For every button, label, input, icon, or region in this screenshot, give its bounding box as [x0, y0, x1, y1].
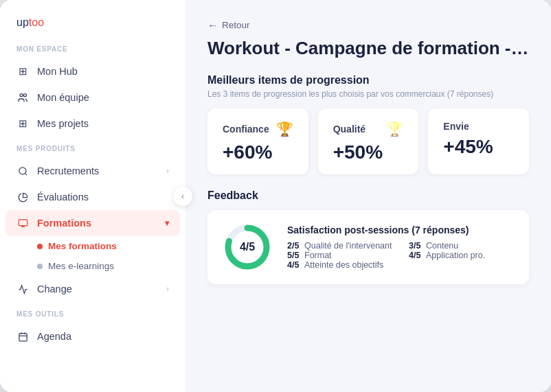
back-label: Retour	[222, 20, 250, 30]
sidebar-item-label: Évaluations	[37, 192, 89, 203]
svg-point-1	[23, 94, 26, 97]
formations-icon	[16, 217, 29, 229]
feedback-num: 3/5	[409, 241, 423, 251]
feedback-label: Application pro.	[426, 251, 485, 260]
logo-up: up	[16, 16, 29, 28]
sidebar-item-mes-projets[interactable]: ⊞ Mes projets	[0, 111, 185, 137]
sidebar-item-label: Agenda	[37, 331, 71, 342]
subnav-label: Mes e-learnings	[48, 261, 114, 271]
section-label-produits: MES PRODUITS	[0, 145, 185, 158]
dot-active	[37, 244, 43, 249]
sidebar-item-agenda[interactable]: Agenda	[0, 323, 185, 349]
card-qualite: Qualité 🏆 +50%	[318, 108, 419, 174]
sidebar-item-label: Formations	[37, 218, 91, 229]
dot-inactive	[37, 264, 43, 269]
feedback-col-right: 3/5 Contenu 4/5 Application pro.	[409, 241, 514, 270]
feedback-label: Format	[304, 251, 332, 260]
feedback-row: 4/5 Application pro.	[409, 251, 514, 260]
svg-rect-4	[19, 333, 26, 341]
card-header: Envie	[443, 121, 514, 132]
logo: uptoo	[0, 16, 185, 45]
svg-rect-3	[19, 219, 27, 225]
card-header: Qualité 🏆	[333, 121, 404, 137]
feedback-label: Qualité de l'intervenant	[304, 241, 392, 251]
agenda-icon	[16, 330, 29, 343]
sidebar-item-recrutements[interactable]: Recrutements ›	[0, 158, 185, 184]
chevron-down-icon: ▾	[165, 218, 169, 228]
trophy-gold-icon: 🏆	[276, 121, 293, 137]
card-value: +45%	[443, 136, 514, 158]
chart-icon	[16, 191, 29, 203]
feedback-title: Feedback	[207, 189, 529, 202]
sidebar-item-change[interactable]: Change ›	[0, 276, 185, 302]
card-header: Confiance 🏆	[223, 121, 293, 137]
main-content: ← Retour Workout - Campagne de formation…	[185, 0, 551, 392]
sidebar-item-label: Mes projets	[37, 118, 89, 129]
sidebar-item-label: Mon Hub	[37, 66, 78, 77]
card-label: Qualité	[333, 124, 366, 135]
sidebar-item-mes-formations[interactable]: Mes formations	[0, 236, 185, 256]
svg-point-2	[19, 167, 25, 174]
sidebar-collapse-button[interactable]: ‹	[173, 187, 192, 206]
app-window: uptoo MON ESPACE ⊞ Mon Hub Mon équipe ⊞ …	[0, 0, 551, 392]
feedback-label: Atteinte des objectifs	[304, 260, 383, 270]
change-icon	[16, 283, 29, 295]
feedback-num: 4/5	[409, 251, 423, 260]
feedback-row: 5/5 Format	[287, 251, 392, 260]
feedback-content: Satisfaction post-sessions (7 réponses) …	[287, 224, 514, 270]
card-confiance: Confiance 🏆 +60%	[207, 108, 308, 174]
page-title: Workout - Campagne de formation - Grou	[207, 38, 529, 59]
cards-row: Confiance 🏆 +60% Qualité 🏆 +50% Envie +4…	[207, 108, 529, 174]
card-value: +50%	[333, 141, 404, 163]
card-label: Envie	[443, 121, 469, 132]
sidebar-item-label: Change	[37, 284, 72, 295]
feedback-grid: 2/5 Qualité de l'intervenant 5/5 Format …	[287, 241, 514, 270]
feedback-row: 2/5 Qualité de l'intervenant	[287, 241, 392, 251]
feedback-card: 4/5 Satisfaction post-sessions (7 répons…	[207, 210, 529, 284]
back-link[interactable]: ← Retour	[207, 19, 529, 31]
chevron-right-icon: ›	[166, 166, 169, 176]
card-envie: Envie +45%	[428, 108, 529, 174]
subnav-label: Mes formations	[48, 241, 117, 251]
sidebar-item-mon-hub[interactable]: ⊞ Mon Hub	[0, 58, 185, 84]
feedback-row: 4/5 Atteinte des objectifs	[287, 260, 392, 270]
sidebar: uptoo MON ESPACE ⊞ Mon Hub Mon équipe ⊞ …	[0, 0, 185, 392]
back-arrow-icon: ←	[207, 19, 218, 31]
feedback-num: 4/5	[287, 260, 301, 270]
search-icon	[16, 165, 29, 177]
sidebar-item-label: Mon équipe	[37, 92, 89, 103]
feedback-row: 3/5 Contenu	[409, 241, 514, 251]
trophy-silver-icon: 🏆	[386, 121, 403, 137]
feedback-col-left: 2/5 Qualité de l'intervenant 5/5 Format …	[287, 241, 392, 270]
progression-title: Meilleurs items de progression	[207, 74, 529, 87]
card-label: Confiance	[223, 124, 269, 135]
svg-point-0	[20, 94, 23, 97]
section-label-espace: MON ESPACE	[0, 45, 185, 58]
donut-score-label: 4/5	[240, 241, 255, 253]
team-icon	[16, 91, 29, 104]
sidebar-item-formations[interactable]: Formations ▾	[5, 210, 180, 236]
feedback-num: 2/5	[287, 241, 301, 251]
feedback-num: 5/5	[287, 251, 301, 260]
logo-too: too	[29, 16, 44, 28]
sidebar-item-mes-elearnings[interactable]: Mes e-learnings	[0, 256, 185, 276]
sidebar-item-label: Recrutements	[37, 165, 99, 176]
sidebar-item-mon-equipe[interactable]: Mon équipe	[0, 84, 185, 111]
card-value: +60%	[223, 141, 293, 163]
sidebar-item-evaluations[interactable]: Évaluations	[0, 184, 185, 210]
section-label-outils: MES OUTILS	[0, 310, 185, 323]
donut-chart: 4/5	[223, 222, 272, 272]
grid-icon: ⊞	[16, 65, 29, 78]
projects-icon: ⊞	[16, 117, 29, 130]
feedback-card-title: Satisfaction post-sessions (7 réponses)	[287, 224, 514, 235]
chevron-right-icon: ›	[166, 284, 169, 294]
progression-subtitle: Les 3 items de progression les plus choi…	[207, 89, 529, 99]
feedback-label: Contenu	[426, 241, 458, 251]
formations-subnav: Mes formations Mes e-learnings	[0, 236, 185, 276]
